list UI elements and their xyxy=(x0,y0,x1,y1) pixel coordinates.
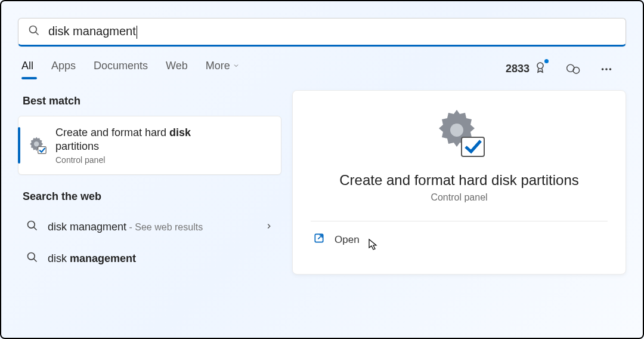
more-options-icon[interactable] xyxy=(600,63,613,76)
open-external-icon xyxy=(313,232,325,247)
details-title: Create and format hard disk partitions xyxy=(339,172,579,189)
svg-point-10 xyxy=(28,221,35,228)
gear-check-icon xyxy=(27,135,47,155)
svg-point-4 xyxy=(573,67,580,73)
svg-line-13 xyxy=(34,258,37,261)
chevron-down-icon xyxy=(233,60,240,72)
web-result-2[interactable]: disk management xyxy=(18,243,281,275)
chevron-right-icon xyxy=(265,221,273,233)
best-match-title: Create and format hard disk partitions xyxy=(55,126,191,154)
gear-check-icon-large xyxy=(431,107,488,161)
details-pane: Create and format hard disk partitions C… xyxy=(292,90,626,275)
svg-line-1 xyxy=(36,32,39,35)
search-bar[interactable]: disk managment xyxy=(18,18,626,47)
svg-point-7 xyxy=(609,68,612,70)
best-match-subtitle: Control panel xyxy=(55,155,191,165)
filter-tabs: All Apps Documents Web More 2833 xyxy=(1,60,643,78)
best-match-heading: Best match xyxy=(23,95,277,107)
search-icon xyxy=(26,251,38,266)
search-web-heading: Search the web xyxy=(23,190,277,203)
tab-apps[interactable]: Apps xyxy=(51,60,76,78)
svg-rect-9 xyxy=(38,147,46,154)
svg-point-5 xyxy=(602,68,604,70)
search-icon xyxy=(28,24,40,39)
search-icon xyxy=(26,220,38,235)
svg-point-14 xyxy=(450,124,463,137)
rewards-points[interactable]: 2833 xyxy=(506,60,547,78)
tab-more[interactable]: More xyxy=(206,60,240,78)
tab-web[interactable]: Web xyxy=(166,60,188,78)
svg-point-2 xyxy=(537,63,543,69)
open-action[interactable]: Open xyxy=(311,221,608,258)
open-label: Open xyxy=(335,234,360,246)
svg-point-6 xyxy=(605,68,608,70)
svg-point-12 xyxy=(28,252,35,260)
trophy-icon xyxy=(533,60,547,78)
svg-rect-15 xyxy=(462,137,484,156)
tab-documents[interactable]: Documents xyxy=(94,60,148,78)
chat-icon[interactable] xyxy=(565,62,582,76)
web-result-label: disk managment - See web results xyxy=(48,221,255,233)
tab-all[interactable]: All xyxy=(21,60,33,78)
svg-line-11 xyxy=(34,227,37,230)
mouse-cursor xyxy=(368,238,379,254)
web-result-1[interactable]: disk managment - See web results xyxy=(18,211,281,243)
search-input[interactable]: disk managment xyxy=(48,24,616,39)
web-result-label: disk management xyxy=(48,252,273,265)
svg-point-0 xyxy=(30,26,37,33)
results-left-pane: Best match Create and format hard disk p… xyxy=(18,90,281,275)
svg-point-8 xyxy=(34,141,39,146)
best-match-result[interactable]: Create and format hard disk partitions C… xyxy=(18,116,281,175)
details-subtitle: Control panel xyxy=(431,192,487,203)
